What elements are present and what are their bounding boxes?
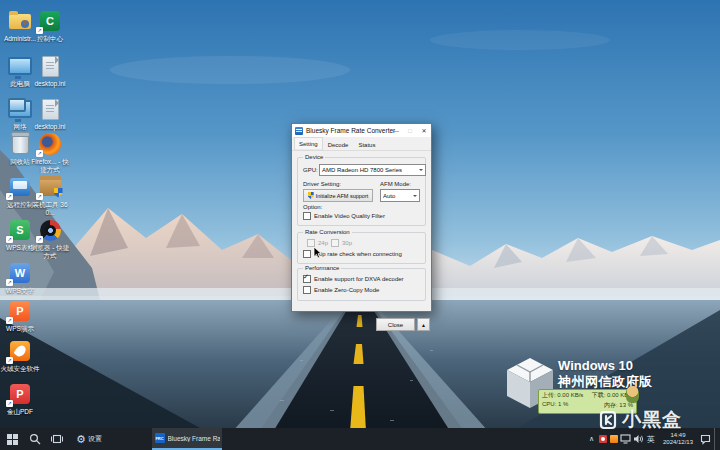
upload-speed: 上传: 0.00 KB/s: [542, 391, 583, 400]
icon-label: 浏览器 - 快捷方式: [30, 244, 70, 259]
checkbox-box[interactable]: ✓: [303, 250, 311, 258]
shortcut-arrow-icon: ↗: [6, 317, 13, 324]
tab-strip: Setting Decode Status: [294, 138, 380, 150]
desktop-icon-install-tools[interactable]: ↗ 装机工具 360...: [31, 174, 69, 216]
mouse-cursor: [313, 247, 323, 259]
option-label: Option:: [303, 204, 322, 210]
gpu-value: AMD Radeon HD 7800 Series: [322, 167, 402, 173]
device-legend: Device: [303, 154, 325, 160]
huorong-flame-icon: ↗: [5, 338, 35, 364]
firefox-icon: ↗: [35, 131, 65, 157]
tab-setting[interactable]: Setting: [294, 137, 323, 151]
desktop-icon-browser[interactable]: ↗ 浏览器 - 快捷方式: [31, 217, 69, 259]
rate-legend: Rate Conversion: [303, 229, 352, 235]
desktop-icon-desktop-ini-1[interactable]: desktop.ini: [31, 53, 69, 88]
app-icon: [295, 127, 303, 135]
driver-setting-label: Driver Setting:: [303, 181, 341, 187]
afm-mode-value: Auto: [383, 193, 395, 199]
search-icon: [29, 433, 41, 445]
checkbox-box[interactable]: ✓: [303, 286, 311, 294]
zero-copy-checkbox[interactable]: ✓ Enable Zero-Copy Mode: [303, 286, 379, 294]
tray-overflow-chevron[interactable]: ∧: [586, 428, 597, 450]
24p-checkbox: ✓ 24p: [307, 239, 328, 247]
close-button[interactable]: Close: [376, 318, 415, 331]
bluesky-frc-window: Bluesky Frame Rate Converter — □ ✕ Setti…: [291, 123, 432, 312]
shortcut-arrow-icon: ↗: [36, 236, 43, 243]
browser-icon: ↗: [35, 217, 65, 243]
checkbox-box[interactable]: ✓: [303, 275, 311, 283]
control-center-icon: C↗: [35, 8, 65, 34]
checkbox-box: ✓: [307, 239, 315, 247]
taskbar-settings-button[interactable]: ⚙ 设置: [68, 428, 110, 450]
window-title: Bluesky Frame Rate Converter: [306, 127, 395, 134]
dxva-checkbox[interactable]: ✓ Enable support for DXVA decoder: [303, 275, 404, 283]
box-logo-icon: [598, 410, 618, 430]
taskbar-app-bluesky[interactable]: FRC Bluesky Frame Ra...: [152, 428, 222, 450]
task-view-icon: [51, 433, 63, 445]
shortcut-arrow-icon: ↗: [6, 357, 13, 364]
gpu-label: GPU:: [303, 167, 318, 173]
minimize-button[interactable]: —: [389, 124, 403, 137]
performance-legend: Performance: [303, 265, 341, 271]
gear-icon: ⚙: [76, 434, 86, 445]
desktop-icon-kingsoft-pdf[interactable]: P↗ 金山PDF: [1, 381, 39, 416]
icon-label: 控制中心: [30, 35, 70, 43]
icon-label: WPS演示: [0, 325, 40, 333]
shortcut-arrow-icon: ↗: [6, 279, 13, 286]
wps-presentation-icon: P↗: [5, 298, 35, 324]
setting-panel: Device GPU: AMD Radeon HD 7800 Series Dr…: [292, 150, 431, 312]
icon-label: desktop.ini: [30, 80, 70, 88]
maximize-button: □: [403, 124, 417, 137]
icon-label: Firefox... - 快捷方式: [30, 158, 70, 173]
uac-shield-icon: [308, 192, 314, 199]
performance-group: Performance: [297, 268, 426, 301]
windows-logo-icon: [7, 434, 18, 445]
toolbox-icon: ↗: [35, 174, 65, 200]
30p-checkbox: ✓ 30p: [331, 239, 352, 247]
notification-icon: [700, 434, 711, 445]
kingsoft-pdf-icon: P↗: [5, 381, 35, 407]
expand-button[interactable]: ▲: [417, 318, 430, 331]
desktop-icon-wps-presentation[interactable]: P↗ WPS演示: [1, 298, 39, 333]
icon-label: 金山PDF: [0, 408, 40, 416]
brand-watermark: 小黑盒: [598, 406, 720, 434]
task-button-label: Bluesky Frame Ra...: [168, 435, 220, 442]
shortcut-arrow-icon: ↗: [6, 400, 13, 407]
clock-date: 2024/12/13: [663, 439, 693, 446]
quality-filter-checkbox[interactable]: ✓ Enable Video Quality Filter: [303, 212, 385, 220]
checkbox-box[interactable]: ✓: [303, 212, 311, 220]
desktop-icon-firefox[interactable]: ↗ Firefox... - 快捷方式: [31, 131, 69, 173]
checkbox-box: ✓: [331, 239, 339, 247]
dropdown-caret-icon: [413, 195, 417, 199]
gpu-select[interactable]: AMD Radeon HD 7800 Series: [319, 164, 426, 176]
widget-avatar: [626, 386, 639, 403]
shortcut-arrow-icon: ↗: [6, 193, 13, 200]
dropdown-caret-icon: [419, 169, 423, 173]
afm-mode-label: AFM Mode:: [380, 181, 411, 187]
settings-label: 设置: [88, 434, 102, 444]
shortcut-arrow-icon: ↗: [36, 27, 43, 34]
brand-name: 小黑盒: [622, 407, 682, 433]
task-view-button[interactable]: [46, 428, 68, 450]
close-window-button[interactable]: ✕: [417, 124, 431, 137]
icon-label: desktop.ini: [30, 123, 70, 131]
desktop-icon-wps-writer[interactable]: W↗ WPS文字: [1, 260, 39, 295]
ini-file-icon: [35, 53, 65, 79]
frc-app-icon: FRC: [155, 433, 165, 443]
shortcut-arrow-icon: ↗: [6, 236, 13, 243]
shortcut-arrow-icon: ↗: [36, 193, 43, 200]
icon-label: 火绒安全软件: [0, 365, 40, 373]
desktop-icon-control-center[interactable]: C↗ 控制中心: [31, 8, 69, 43]
start-button[interactable]: [0, 428, 24, 450]
desktop-icon-desktop-ini-2[interactable]: desktop.ini: [31, 96, 69, 131]
watermark-line1: Windows 10: [558, 358, 633, 373]
shortcut-arrow-icon: ↗: [36, 150, 43, 157]
cpu-usage: CPU: 1 %: [542, 401, 568, 410]
desktop-root: Administr... C↗ 控制中心 此电脑 desktop.ini 网络 …: [0, 0, 720, 450]
search-button[interactable]: [24, 428, 46, 450]
wps-writer-icon: W↗: [5, 260, 35, 286]
afm-mode-select[interactable]: Auto: [380, 189, 420, 202]
desktop-icon-huorong[interactable]: ↗ 火绒安全软件: [1, 338, 39, 373]
icon-label: 装机工具 360...: [30, 201, 70, 216]
initialize-afm-button[interactable]: Initialize AFM support: [303, 189, 373, 202]
